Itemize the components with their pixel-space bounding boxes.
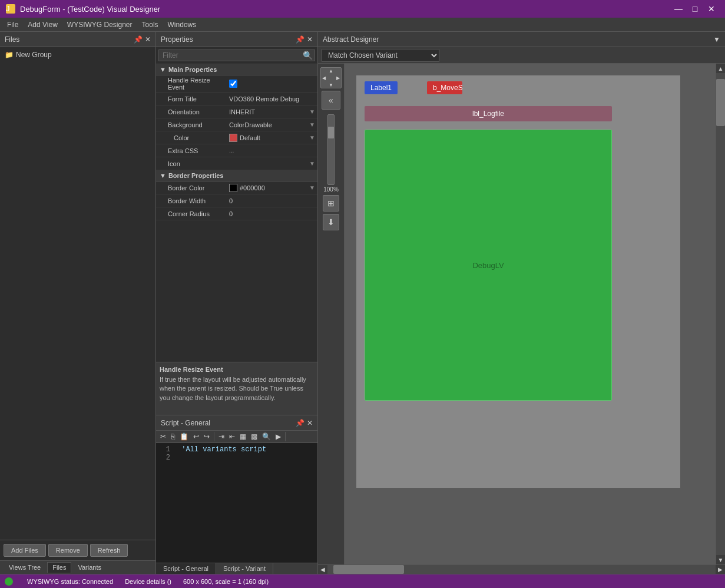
- script-outdent-btn[interactable]: ⇤: [227, 432, 237, 441]
- close-button[interactable]: ✕: [704, 2, 719, 15]
- tab-variants[interactable]: Variants: [72, 562, 107, 573]
- script-redo-btn[interactable]: ↪: [202, 432, 211, 441]
- script-line-2: 2: [158, 454, 315, 462]
- script-toolbar-sep1: [214, 432, 214, 441]
- menu-wysiwyg-designer[interactable]: WYSIWYG Designer: [62, 19, 137, 30]
- prop-value-handle-resize[interactable]: [227, 78, 317, 89]
- script-cut-btn[interactable]: ✂: [158, 432, 168, 441]
- prop-value-border-color[interactable]: #000000 ▼: [227, 183, 317, 193]
- form-canvas[interactable]: Label1 b_MoveSpec lbl_Logfile DebugLV: [356, 75, 680, 488]
- scroll-thumb-right[interactable]: [716, 79, 725, 126]
- widget-movespeed[interactable]: b_MoveSpec: [427, 81, 462, 94]
- menu-file[interactable]: File: [2, 19, 23, 30]
- nav-arrows-button[interactable]: ▲ ◀ ▶ ▼: [320, 67, 342, 88]
- close-panel-icon[interactable]: ✕: [145, 35, 151, 44]
- filter-row: 🔍: [156, 47, 317, 64]
- color-dropdown-arrow[interactable]: ▼: [309, 134, 315, 141]
- prop-value-icon[interactable]: ▼: [227, 159, 317, 168]
- scroll-right-arrow[interactable]: ▶: [716, 565, 725, 574]
- widget-lbl-logfile[interactable]: lbl_Logfile: [365, 106, 612, 121]
- nav-right-arrow: ▶: [335, 74, 342, 81]
- tab-script-variant[interactable]: Script - Variant: [216, 563, 273, 574]
- close-props-icon[interactable]: ✕: [307, 35, 313, 44]
- properties-info-box: Handle Resize Event If true then the lay…: [156, 362, 317, 415]
- zoom-slider-thumb[interactable]: [328, 127, 334, 138]
- list-item[interactable]: 📁 New Group: [2, 49, 153, 60]
- scroll-down-arrow[interactable]: ▼: [716, 555, 725, 564]
- handle-resize-checkbox[interactable]: [229, 80, 237, 88]
- canvas-main[interactable]: Label1 b_MoveSpec lbl_Logfile DebugLV: [345, 64, 716, 564]
- scroll-left-arrow[interactable]: ◀: [318, 565, 327, 574]
- icon-dropdown-arrow[interactable]: ▼: [309, 160, 315, 167]
- script-block-btn[interactable]: ▦: [238, 432, 248, 441]
- script-paste-btn[interactable]: 📋: [178, 432, 190, 441]
- canvas-fit-button[interactable]: ⊞: [323, 195, 339, 212]
- background-dropdown-arrow[interactable]: ▼: [309, 121, 315, 128]
- wysiwyg-status: WYSIWYG status: Connected: [27, 578, 113, 585]
- prop-value-form-title[interactable]: VDO360 Remote Debug: [227, 94, 317, 104]
- window-title: DebugForm - (TestCode) Visual Designer: [20, 5, 671, 14]
- remove-button[interactable]: Remove: [48, 544, 88, 557]
- section-main-label: Main Properties: [168, 66, 217, 73]
- prop-value-color[interactable]: Default ▼: [227, 133, 317, 143]
- nav-back-button[interactable]: «: [322, 91, 340, 110]
- pin-props-icon[interactable]: 📌: [296, 35, 304, 44]
- menu-tools[interactable]: Tools: [137, 19, 163, 30]
- properties-content: ▼ Main Properties Handle Resize Event Fo…: [156, 64, 317, 362]
- designer-panel-title: Abstract Designer: [323, 35, 379, 44]
- maximize-button[interactable]: □: [687, 2, 703, 15]
- script-copy-btn[interactable]: ⎘: [169, 432, 177, 441]
- script-undo-btn[interactable]: ↩: [191, 432, 201, 441]
- section-border-properties[interactable]: ▼ Border Properties: [156, 170, 317, 181]
- scroll-track-right[interactable]: [716, 73, 725, 555]
- minimize-button[interactable]: —: [671, 2, 686, 15]
- scroll-up-arrow[interactable]: ▲: [716, 64, 725, 73]
- menu-add-view[interactable]: Add View: [23, 19, 62, 30]
- prop-row-orientation: Orientation INHERIT ▼: [156, 105, 317, 118]
- collapse-border-icon: ▼: [160, 172, 166, 179]
- orientation-dropdown-arrow[interactable]: ▼: [309, 108, 315, 115]
- border-color-swatch: [229, 184, 237, 192]
- tab-script-general[interactable]: Script - General: [156, 563, 216, 574]
- canvas-download-button[interactable]: ⬇: [323, 214, 339, 230]
- prop-value-background[interactable]: ColorDrawable ▼: [227, 120, 317, 130]
- extra-css-more[interactable]: ...: [229, 147, 234, 154]
- script-indent-btn[interactable]: ⇥: [217, 432, 226, 441]
- prop-value-orientation[interactable]: INHERIT ▼: [227, 107, 317, 117]
- tab-files[interactable]: Files: [47, 562, 71, 573]
- filter-input[interactable]: [158, 49, 315, 61]
- pin-script-icon[interactable]: 📌: [296, 419, 304, 427]
- designer-panel-menu-arrow[interactable]: ▼: [713, 35, 720, 44]
- widget-debug-lv[interactable]: DebugLV: [365, 130, 612, 401]
- properties-panel-title: Properties: [161, 35, 193, 44]
- refresh-button[interactable]: Refresh: [90, 544, 128, 557]
- line-code-1: 'All variants script: [181, 445, 266, 454]
- scroll-thumb-bottom[interactable]: [333, 565, 404, 574]
- pin-icon[interactable]: 📌: [134, 35, 143, 44]
- files-panel: Files 📌 ✕ 📁 New Group Add Files Remove R…: [0, 32, 156, 574]
- files-tabs: Views Tree Files Variants: [0, 560, 155, 574]
- close-script-icon[interactable]: ✕: [307, 419, 313, 427]
- section-main-properties[interactable]: ▼ Main Properties: [156, 64, 317, 75]
- props-header-icons: 📌 ✕: [296, 35, 313, 44]
- content-area: Files 📌 ✕ 📁 New Group Add Files Remove R…: [0, 32, 725, 574]
- line-number-1: 1: [158, 445, 170, 454]
- script-editor[interactable]: 1 'All variants script 2: [156, 443, 317, 563]
- script-run-btn[interactable]: ▶: [274, 432, 283, 441]
- canvas-right-scrollbar[interactable]: ▲ ▼: [716, 64, 725, 564]
- scroll-track-bottom[interactable]: [327, 565, 716, 574]
- variant-select[interactable]: Match Chosen Variant: [322, 49, 439, 62]
- widget-label1[interactable]: Label1: [365, 81, 398, 94]
- tab-views-tree[interactable]: Views Tree: [4, 562, 46, 573]
- border-color-dropdown-arrow[interactable]: ▼: [309, 184, 315, 191]
- prop-value-extra-css[interactable]: ...: [227, 146, 317, 155]
- canvas-bottom-scrollbar[interactable]: ◀ ▶: [318, 564, 725, 574]
- script-search-btn[interactable]: 🔍: [260, 432, 273, 441]
- menu-windows[interactable]: Windows: [163, 19, 201, 30]
- prop-value-border-width[interactable]: 0: [227, 196, 317, 206]
- add-files-button[interactable]: Add Files: [4, 544, 46, 557]
- prop-value-corner-radius[interactable]: 0: [227, 209, 317, 219]
- files-panel-header: Files 📌 ✕: [0, 32, 155, 47]
- script-unblock-btn[interactable]: ▩: [249, 432, 259, 441]
- script-header-icons: 📌 ✕: [296, 419, 313, 427]
